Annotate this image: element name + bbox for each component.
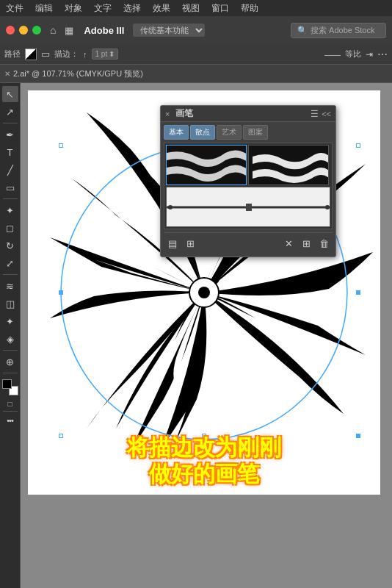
align-icon[interactable]: ⇥	[366, 49, 373, 60]
traffic-lights	[6, 26, 41, 35]
brush-panel-title: 画笔	[175, 107, 311, 120]
brush-tab-art[interactable]: 散点	[190, 125, 215, 140]
brush-swatch-1[interactable]	[166, 145, 247, 185]
close-window-button[interactable]	[6, 26, 15, 35]
stroke-label: 描边：	[54, 49, 79, 60]
menu-window[interactable]: 窗口	[211, 2, 229, 15]
fill-stroke-indicator: □	[7, 400, 12, 408]
warp-tool[interactable]: ≋	[2, 278, 18, 294]
direct-select-tool[interactable]: ↗	[2, 104, 18, 120]
stock-search-label: 搜索 Adobe Stock	[311, 25, 374, 36]
eyedropper-tool[interactable]: ✦	[2, 313, 18, 329]
gradient-tool[interactable]: ◫	[2, 295, 18, 312]
layout-icon[interactable]: ▦	[65, 25, 73, 36]
brush-tab-bristle[interactable]: 图案	[243, 125, 268, 140]
menu-effect[interactable]: 效果	[153, 2, 170, 15]
ratio-label: 等比	[345, 49, 361, 60]
line-tool[interactable]: ╱	[2, 162, 18, 178]
brush-panel-close-button[interactable]: ×	[165, 110, 170, 118]
svg-point-9	[325, 205, 330, 209]
menu-help[interactable]: 帮助	[241, 2, 258, 15]
color-swatches[interactable]	[2, 379, 18, 395]
menu-edit[interactable]: 编辑	[35, 2, 53, 15]
menu-object[interactable]: 对象	[65, 2, 82, 15]
tab-filename: 2.ai* @ 107.71% (CMYK/GPU 预览)	[13, 68, 143, 79]
maximize-window-button[interactable]	[32, 26, 41, 35]
brush-panel-collapse-button[interactable]: <<	[322, 110, 331, 118]
svg-point-8	[168, 205, 173, 209]
menu-file[interactable]: 文件	[6, 2, 23, 15]
menu-bar: 文件 编辑 对象 文字 选择 效果 视图 窗口 帮助	[0, 0, 392, 16]
app-name: Adobe III	[84, 25, 124, 36]
search-icon: 🔍	[297, 26, 308, 35]
canvas-area[interactable]: 将描边改为刚刚 做好的画笔 × 画笔 ☰ << 基本 散点 艺术 图案	[21, 83, 392, 588]
scale-tool[interactable]: ⤢	[2, 255, 18, 271]
select-tool[interactable]: ↖	[2, 86, 18, 102]
brush-swatch-2[interactable]	[248, 145, 329, 185]
brush-actions: ▤ ⊞ ✕ ⊞ 🗑	[164, 232, 333, 254]
brush-tab-pattern[interactable]: 艺术	[217, 125, 242, 140]
tool-separator-2	[3, 198, 18, 199]
anchor-bottom-middle[interactable]	[202, 434, 206, 438]
tool-separator-6	[3, 411, 18, 412]
menu-select[interactable]: 选择	[123, 2, 141, 15]
brush-panel-menu-button[interactable]: ☰	[311, 109, 319, 119]
blend-tool[interactable]: ◈	[2, 331, 18, 347]
foreground-color-swatch[interactable]	[2, 379, 12, 389]
paintbrush-tool[interactable]: ✦	[2, 202, 18, 218]
brush-swatches-container	[164, 143, 333, 229]
tool-separator-4	[3, 350, 18, 351]
stroke-weight-arrows: ⬍	[109, 50, 115, 58]
options-bar: 路径 ▭ 描边： ↑ 1 pt ⬍ —— 等比 ⇥ ⋯	[0, 44, 392, 65]
left-toolbar: ↖ ↗ ✒ T ╱ ▭ ✦ ◻ ↻ ⤢ ≋ ◫ ✦ ◈ ⊕ □ •••	[0, 83, 21, 588]
brush-panel: × 画笔 ☰ << 基本 散点 艺术 图案	[160, 105, 336, 257]
brush-swatch-3[interactable]	[166, 187, 330, 227]
line-style-icon[interactable]: ——	[324, 50, 341, 59]
brush-panel-content: 基本 散点 艺术 图案	[161, 122, 335, 257]
more-tools-button[interactable]: •••	[7, 416, 13, 425]
tab-bar: ✕ 2.ai* @ 107.71% (CMYK/GPU 预览)	[0, 65, 392, 83]
stroke-weight-field[interactable]: 1 pt ⬍	[92, 49, 119, 60]
shape-tool[interactable]: ▭	[2, 179, 18, 196]
tool-separator-1	[3, 123, 18, 123]
tool-separator-3	[3, 274, 18, 275]
stroke-color-box[interactable]	[25, 49, 37, 60]
path-label: 路径	[4, 49, 21, 60]
tool-separator-5	[3, 373, 18, 373]
main-area: ↖ ↗ ✒ T ╱ ▭ ✦ ◻ ↻ ⤢ ≋ ◫ ✦ ◈ ⊕ □ •••	[0, 83, 392, 588]
workspace-select[interactable]: 传统基本功能	[133, 24, 205, 37]
brush-duplicate-button[interactable]: ⊞	[299, 236, 313, 251]
menu-type[interactable]: 文字	[94, 2, 112, 15]
anchor-bottom-right[interactable]	[356, 434, 360, 438]
anchor-top-right[interactable]	[356, 143, 360, 148]
home-icon[interactable]: ⌂	[50, 24, 56, 36]
minimize-window-button[interactable]	[19, 26, 28, 35]
anchor-middle-right[interactable]	[356, 290, 360, 295]
top-bar: ⌂ ▦ Adobe III 传统基本功能 🔍 搜索 Adobe Stock	[0, 16, 392, 44]
brush-tab-basic[interactable]: 基本	[164, 125, 189, 140]
anchor-bottom-left[interactable]	[59, 434, 63, 438]
more-options-icon[interactable]: ⋯	[377, 49, 388, 60]
anchor-top-left[interactable]	[59, 143, 63, 148]
rotate-tool[interactable]: ↻	[2, 237, 18, 254]
stroke-weight-value: 1 pt	[95, 50, 108, 58]
stroke-up-arrow: ↑	[83, 50, 87, 59]
svg-rect-10	[246, 204, 252, 211]
stock-search[interactable]: 🔍 搜索 Adobe Stock	[291, 23, 386, 38]
eraser-tool[interactable]: ◻	[2, 220, 18, 236]
zoom-tool[interactable]: ⊕	[2, 354, 18, 370]
anchor-middle-left[interactable]	[59, 290, 63, 295]
type-tool[interactable]: T	[2, 144, 18, 160]
brush-delete-button[interactable]: ✕	[281, 236, 296, 251]
pen-tool[interactable]: ✒	[2, 126, 18, 143]
brush-options-button[interactable]: ⊞	[183, 236, 197, 251]
stroke-icon: ▭	[41, 49, 50, 60]
brush-panel-header[interactable]: × 画笔 ☰ <<	[161, 106, 335, 122]
brush-libraries-button[interactable]: ▤	[165, 236, 180, 251]
svg-point-2	[198, 287, 210, 298]
menu-view[interactable]: 视图	[182, 2, 200, 15]
tab-close-button[interactable]: ✕	[4, 70, 10, 78]
brush-type-tabs: 基本 散点 艺术 图案	[164, 125, 333, 140]
brush-new-button[interactable]: 🗑	[316, 236, 331, 251]
